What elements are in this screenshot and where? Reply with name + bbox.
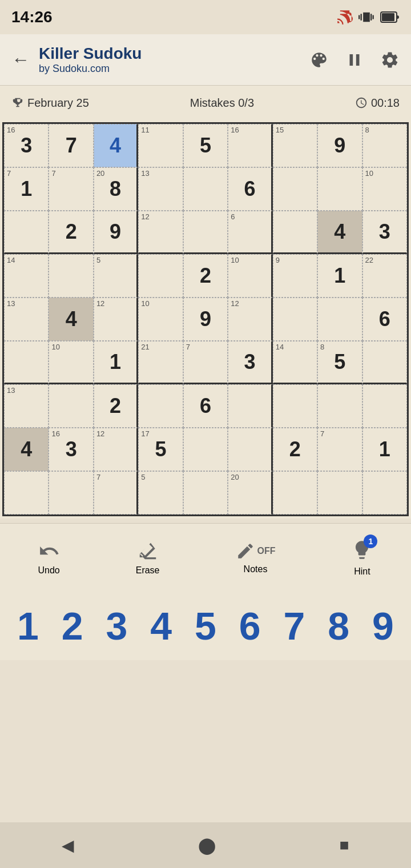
cell[interactable]: 7 — [49, 124, 93, 167]
cell[interactable]: 22 — [362, 254, 407, 298]
cell[interactable]: 163 — [49, 428, 93, 471]
cell[interactable]: 15 — [273, 124, 317, 167]
cell[interactable]: 6 — [228, 211, 272, 254]
cell[interactable]: 85 — [317, 341, 362, 384]
cell[interactable] — [228, 428, 272, 471]
cell[interactable]: 9 — [273, 254, 317, 298]
nav-back-button[interactable]: ◀ — [62, 836, 74, 855]
cell[interactable]: 3 — [362, 211, 407, 254]
num-6-button[interactable]: 6 — [230, 606, 270, 645]
cell[interactable]: 10 — [362, 167, 407, 211]
cell[interactable] — [49, 384, 93, 428]
cell[interactable] — [4, 211, 49, 254]
nav-home-button[interactable]: ⬤ — [198, 836, 216, 855]
hint-button[interactable]: 1 Hint — [351, 539, 373, 577]
num-8-button[interactable]: 8 — [319, 606, 358, 645]
cell[interactable] — [138, 254, 183, 298]
cell[interactable]: 5 — [94, 254, 138, 298]
cell[interactable]: 9 — [183, 298, 228, 341]
cell[interactable]: 6 — [183, 384, 228, 428]
cell[interactable] — [273, 211, 317, 254]
cell[interactable] — [4, 471, 49, 515]
cell[interactable] — [273, 471, 317, 515]
cell[interactable]: 2 — [273, 428, 317, 471]
cell[interactable]: 7 — [49, 167, 93, 211]
cell[interactable] — [362, 384, 407, 428]
cell[interactable]: 5 — [138, 471, 183, 515]
cell[interactable]: 71 — [4, 167, 49, 211]
cell[interactable]: 7 — [94, 471, 138, 515]
cell[interactable]: 4 — [317, 211, 362, 254]
cell[interactable] — [362, 341, 407, 384]
num-4-button[interactable]: 4 — [141, 606, 181, 645]
num-7-button[interactable]: 7 — [274, 606, 314, 645]
cell[interactable]: 20 — [228, 471, 272, 515]
cell[interactable]: 9 — [317, 124, 362, 167]
cell[interactable]: 1 — [317, 254, 362, 298]
cell[interactable]: 4 — [4, 428, 49, 471]
settings-icon[interactable] — [380, 50, 400, 70]
cell[interactable] — [4, 341, 49, 384]
num-5-button[interactable]: 5 — [186, 606, 225, 645]
cell[interactable] — [183, 428, 228, 471]
cell[interactable]: 9 — [94, 211, 138, 254]
cell[interactable]: 11 — [138, 124, 183, 167]
cell[interactable]: 10 — [228, 254, 272, 298]
cell[interactable]: 163 — [4, 124, 49, 167]
cell[interactable]: 14 — [273, 341, 317, 384]
cell[interactable]: 4 — [94, 124, 138, 167]
cell[interactable] — [273, 167, 317, 211]
cell[interactable]: 2 — [49, 211, 93, 254]
cell[interactable] — [362, 471, 407, 515]
cell[interactable] — [317, 471, 362, 515]
cell[interactable] — [317, 384, 362, 428]
num-2-button[interactable]: 2 — [53, 606, 92, 645]
cell[interactable]: 10 — [49, 341, 93, 384]
cell[interactable]: 12 — [138, 211, 183, 254]
cell[interactable]: 208 — [94, 167, 138, 211]
cell[interactable]: 12 — [228, 298, 272, 341]
notes-button[interactable]: OFF Notes — [236, 541, 276, 574]
cell[interactable] — [273, 384, 317, 428]
num-9-button[interactable]: 9 — [363, 606, 403, 645]
cell[interactable]: 8 — [362, 124, 407, 167]
cell[interactable]: 10 — [138, 298, 183, 341]
num-1-button[interactable]: 1 — [8, 606, 48, 645]
palette-icon[interactable] — [309, 50, 329, 70]
cell[interactable]: 2 — [183, 254, 228, 298]
cell[interactable]: 175 — [138, 428, 183, 471]
cell[interactable]: 6 — [362, 298, 407, 341]
cell[interactable]: 6 — [228, 167, 272, 211]
num-3-button[interactable]: 3 — [96, 606, 136, 645]
cell[interactable] — [273, 298, 317, 341]
cell[interactable]: 2 — [94, 384, 138, 428]
cell[interactable]: 7 — [183, 341, 228, 384]
cell[interactable]: 12 — [94, 298, 138, 341]
cell[interactable] — [317, 298, 362, 341]
cell[interactable]: 1 — [94, 341, 138, 384]
cell[interactable]: 4 — [49, 298, 93, 341]
pause-icon[interactable] — [345, 50, 364, 70]
cell[interactable] — [228, 384, 272, 428]
cell[interactable] — [183, 471, 228, 515]
cell[interactable]: 5 — [183, 124, 228, 167]
cell[interactable]: 16 — [228, 124, 272, 167]
cell[interactable]: 12 — [94, 428, 138, 471]
cell[interactable] — [138, 384, 183, 428]
cell[interactable]: 14 — [4, 254, 49, 298]
back-button[interactable]: ← — [11, 49, 30, 70]
cell[interactable] — [183, 211, 228, 254]
cell[interactable]: 21 — [138, 341, 183, 384]
cell[interactable]: 1 — [362, 428, 407, 471]
cell[interactable] — [317, 167, 362, 211]
cell[interactable] — [49, 471, 93, 515]
erase-button[interactable]: Erase — [136, 540, 160, 576]
cell[interactable]: 13 — [138, 167, 183, 211]
cell[interactable] — [183, 167, 228, 211]
nav-recent-button[interactable]: ■ — [340, 836, 349, 854]
cell[interactable]: 7 — [317, 428, 362, 471]
cell[interactable]: 3 — [228, 341, 272, 384]
cell[interactable]: 13 — [4, 384, 49, 428]
cell[interactable] — [49, 254, 93, 298]
undo-button[interactable]: Undo — [38, 540, 59, 576]
